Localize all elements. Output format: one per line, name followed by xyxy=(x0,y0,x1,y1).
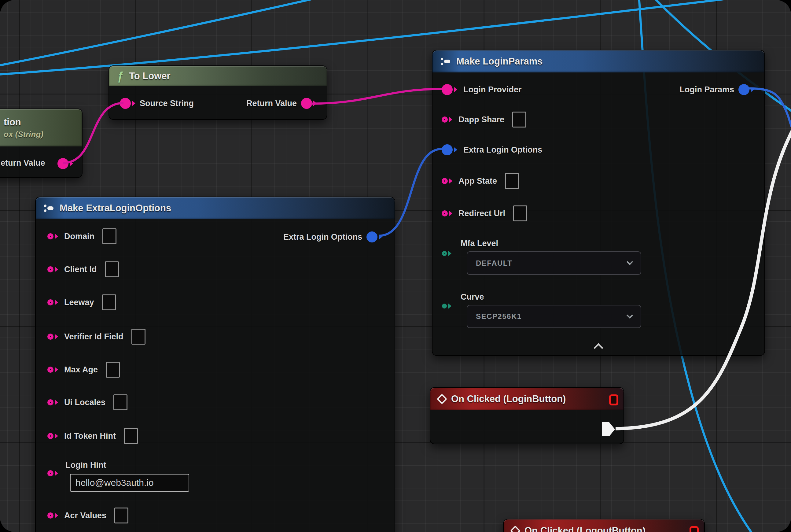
verifier-id-field-checkbox[interactable] xyxy=(131,329,146,345)
login-hint-label: Login Hint xyxy=(65,460,106,470)
leeway-checkbox[interactable] xyxy=(102,294,116,310)
login-params-out-label: Login Params xyxy=(679,85,734,94)
curve-value: SECP256K1 xyxy=(476,312,522,321)
max-age-checkbox[interactable] xyxy=(106,362,120,378)
function-icon: ƒ xyxy=(117,70,123,83)
redirect-url-checkbox[interactable] xyxy=(513,206,527,221)
mfa-level-pin[interactable] xyxy=(442,251,451,256)
return-value-pin[interactable] xyxy=(301,98,317,109)
delegate-pin[interactable] xyxy=(609,394,618,405)
node-get-text-partial[interactable]: tion ox (String) eturn Value xyxy=(0,109,82,178)
collapse-pins-button[interactable] xyxy=(594,343,603,353)
curve-dropdown[interactable]: SECP256K1 xyxy=(467,305,641,328)
login-hint-pin[interactable] xyxy=(47,470,58,476)
chevron-down-icon xyxy=(626,312,633,318)
node-event-header[interactable]: On Clicked (LoginButton) xyxy=(430,388,623,410)
ui-locales-label: Ui Locales xyxy=(64,398,105,407)
delegate-pin[interactable] xyxy=(690,526,699,532)
make-struct-icon xyxy=(44,203,54,213)
extra-login-options-in-label: Extra Login Options xyxy=(463,145,542,155)
mfa-level-dropdown[interactable]: DEFAULT xyxy=(467,251,641,275)
dapp-share-checkbox[interactable] xyxy=(512,112,526,128)
node-to-lower[interactable]: ƒ To Lower Source String Return Value xyxy=(109,65,327,120)
node-on-clicked-logout-button[interactable]: On Clicked (LogoutButton) xyxy=(503,519,705,532)
max-age-label: Max Age xyxy=(64,365,98,375)
return-value-label: eturn Value xyxy=(1,158,45,168)
extra-login-options-out-label: Extra Login Options xyxy=(283,232,362,242)
login-provider-pin[interactable] xyxy=(442,84,457,95)
mfa-level-label: Mfa Level xyxy=(461,239,498,248)
exec-out-pin[interactable] xyxy=(602,422,615,436)
node-title: On Clicked (LogoutButton) xyxy=(524,525,645,532)
dapp-share-label: Dapp Share xyxy=(459,115,504,125)
id-token-hint-label: Id Token Hint xyxy=(64,432,116,441)
client-id-checkbox[interactable] xyxy=(105,261,119,277)
chevron-down-icon xyxy=(626,259,633,265)
redirect-url-label: Redirect Url xyxy=(459,209,505,218)
curve-pin[interactable] xyxy=(442,303,451,309)
source-string-label: Source String xyxy=(140,99,194,108)
blueprint-graph-canvas[interactable]: tion ox (String) eturn Value ƒ To Lower … xyxy=(0,0,791,532)
curve-label: Curve xyxy=(461,292,484,302)
event-icon xyxy=(437,394,447,404)
node-title: Make LoginParams xyxy=(456,56,543,67)
login-hint-input[interactable] xyxy=(70,474,189,492)
app-state-label: App State xyxy=(459,176,497,186)
node-make-extra-login-options[interactable]: Make ExtraLoginOptions Domain Client Id … xyxy=(35,196,395,532)
mfa-level-value: DEFAULT xyxy=(476,259,512,268)
node-title: tion xyxy=(4,117,21,128)
max-age-pin[interactable] xyxy=(47,366,58,373)
node-get-text-header[interactable]: tion ox (String) xyxy=(0,109,82,147)
dapp-share-pin[interactable] xyxy=(442,116,452,122)
client-id-pin[interactable] xyxy=(47,266,58,272)
login-provider-label: Login Provider xyxy=(463,85,522,94)
make-struct-icon xyxy=(440,56,451,66)
node-melo-header[interactable]: Make ExtraLoginOptions xyxy=(36,197,394,219)
node-on-clicked-login-button[interactable]: On Clicked (LoginButton) xyxy=(430,387,624,444)
acr-values-pin[interactable] xyxy=(47,512,58,518)
node-title: Make ExtraLoginOptions xyxy=(60,203,171,214)
wire-blue-diagonal-1[interactable] xyxy=(0,0,338,66)
leeway-label: Leeway xyxy=(64,298,94,307)
id-token-hint-pin[interactable] xyxy=(47,433,58,439)
domain-checkbox[interactable] xyxy=(102,228,116,244)
verifier-id-field-pin[interactable] xyxy=(47,334,58,340)
node-title: On Clicked (LoginButton) xyxy=(451,394,566,404)
event-icon xyxy=(510,526,521,532)
app-state-checkbox[interactable] xyxy=(505,173,519,189)
extra-login-options-out-pin[interactable] xyxy=(366,231,382,243)
return-value-label: Return Value xyxy=(246,99,297,108)
domain-pin[interactable] xyxy=(47,233,58,240)
acr-values-checkbox[interactable] xyxy=(114,508,128,524)
node-subtitle: ox (String) xyxy=(4,130,43,139)
return-value-pin[interactable] xyxy=(57,158,73,169)
wire-tolower-to-login-provider[interactable] xyxy=(311,89,442,103)
login-params-out-pin[interactable] xyxy=(738,84,754,95)
leeway-pin[interactable] xyxy=(47,299,58,305)
extra-login-options-in-pin[interactable] xyxy=(442,144,457,155)
redirect-url-pin[interactable] xyxy=(442,210,452,216)
id-token-hint-checkbox[interactable] xyxy=(124,428,138,444)
node-make-login-params[interactable]: Make LoginParams Login Provider Dapp Sha… xyxy=(432,50,765,356)
node-to-lower-header[interactable]: ƒ To Lower xyxy=(109,66,327,86)
verifier-id-field-label: Verifier Id Field xyxy=(64,332,123,342)
node-mlp-header[interactable]: Make LoginParams xyxy=(432,51,765,73)
node-event-header[interactable]: On Clicked (LogoutButton) xyxy=(504,519,704,532)
domain-label: Domain xyxy=(64,232,94,241)
ui-locales-checkbox[interactable] xyxy=(113,394,128,410)
source-string-pin[interactable] xyxy=(120,98,135,109)
app-state-pin[interactable] xyxy=(442,178,452,184)
acr-values-label: Acr Values xyxy=(64,511,107,520)
node-title: To Lower xyxy=(129,71,170,82)
ui-locales-pin[interactable] xyxy=(47,399,58,405)
client-id-label: Client Id xyxy=(64,265,97,274)
